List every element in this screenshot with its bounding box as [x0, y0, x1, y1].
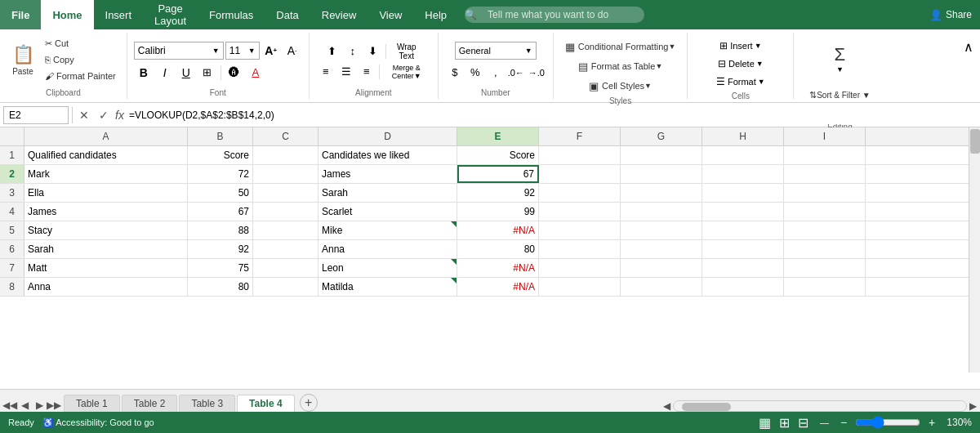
cell-f5[interactable] [539, 221, 621, 239]
horizontal-scrollbar[interactable] [673, 400, 967, 412]
underline-button[interactable]: U [176, 64, 196, 82]
sheet-nav-prev[interactable]: ◀ [18, 399, 31, 412]
tab-data[interactable]: Data [265, 0, 310, 29]
tab-formulas[interactable]: Formulas [198, 0, 265, 29]
cell-f6[interactable] [539, 240, 621, 258]
cell-h4[interactable] [702, 203, 784, 221]
copy-button[interactable]: ⎘ Copy [41, 51, 120, 68]
cell-i2[interactable] [784, 165, 866, 183]
cell-b4[interactable]: 67 [188, 203, 253, 221]
col-header-h[interactable]: H [702, 127, 784, 145]
tell-me-input[interactable] [465, 7, 644, 23]
tab-file[interactable]: File [0, 0, 41, 29]
cell-f2[interactable] [539, 165, 621, 183]
cell-a6[interactable]: Sarah [24, 240, 188, 258]
scroll-right-button[interactable]: ▶ [969, 400, 977, 412]
tab-review[interactable]: Review [310, 0, 368, 29]
cell-f1[interactable] [539, 146, 621, 164]
cell-f3[interactable] [539, 184, 621, 202]
sheet-tab-3[interactable]: Table 3 [179, 395, 235, 412]
add-sheet-button[interactable]: + [300, 394, 318, 412]
tab-page-layout[interactable]: Page Layout [143, 0, 198, 29]
format-button[interactable]: ☰ Format ▼ [713, 74, 768, 90]
formula-input[interactable] [129, 106, 977, 124]
cell-c5[interactable] [253, 221, 318, 239]
share-button[interactable]: 👤 Share [929, 9, 972, 21]
cell-c7[interactable] [253, 259, 318, 277]
font-name-selector[interactable]: Calibri ▼ [134, 42, 224, 60]
page-break-view-button[interactable]: ⊟ [798, 415, 808, 431]
col-header-e[interactable]: E [457, 127, 539, 145]
cell-b7[interactable]: 75 [188, 259, 253, 277]
cell-e2[interactable]: 67 [457, 165, 539, 183]
merge-center-button[interactable]: Merge & Center▼ [382, 63, 431, 81]
increase-decimal-button[interactable]: →.0 [527, 64, 546, 82]
font-color-button[interactable]: A [246, 64, 265, 82]
cell-h7[interactable] [702, 259, 784, 277]
cell-i3[interactable] [784, 184, 866, 202]
col-header-b[interactable]: B [188, 127, 253, 145]
row-num-2[interactable]: 2 [0, 165, 24, 183]
format-painter-button[interactable]: 🖌 Format Painter [41, 68, 120, 84]
zoom-slider[interactable] [855, 416, 920, 429]
cell-g7[interactable] [621, 259, 702, 277]
cell-a4[interactable]: James [24, 203, 188, 221]
normal-view-button[interactable]: ▦ [759, 415, 771, 431]
cell-e7[interactable]: #N/A [457, 259, 539, 277]
cell-c3[interactable] [253, 184, 318, 202]
delete-button[interactable]: ⊟ Delete ▼ [715, 56, 767, 72]
cell-h6[interactable] [702, 240, 784, 258]
cell-b6[interactable]: 92 [188, 240, 253, 258]
col-header-a[interactable]: A [24, 127, 188, 145]
sheet-tab-1[interactable]: Table 1 [64, 395, 120, 412]
cell-d8[interactable]: Matilda [318, 278, 457, 296]
row-num-3[interactable]: 3 [0, 184, 24, 202]
sheet-tab-4[interactable]: Table 4 [237, 395, 294, 412]
sheet-nav-first[interactable]: ◀◀ [3, 399, 16, 412]
cell-b8[interactable]: 80 [188, 278, 253, 296]
zoom-in-button[interactable]: + [929, 416, 935, 429]
cell-d5[interactable]: Mike [318, 221, 457, 239]
cell-c2[interactable] [253, 165, 318, 183]
cell-b2[interactable]: 72 [188, 165, 253, 183]
tab-view[interactable]: View [368, 0, 413, 29]
percent-button[interactable]: % [466, 64, 485, 82]
cell-d6[interactable]: Anna [318, 240, 457, 258]
cell-h5[interactable] [702, 221, 784, 239]
cell-h3[interactable] [702, 184, 784, 202]
autosum-button[interactable]: Σ ▼ [824, 33, 855, 85]
cell-c8[interactable] [253, 278, 318, 296]
conditional-formatting-button[interactable]: ▦ Conditional Formatting ▼ [560, 38, 681, 56]
row-num-4[interactable]: 4 [0, 203, 24, 221]
cell-b3[interactable]: 50 [188, 184, 253, 202]
cell-g1[interactable] [621, 146, 702, 164]
cell-i5[interactable] [784, 221, 866, 239]
increase-font-button[interactable]: A+ [261, 42, 281, 60]
align-top-button[interactable]: ⬆ [323, 42, 342, 60]
cell-a3[interactable]: Ella [24, 184, 188, 202]
confirm-formula-button[interactable]: ✓ [96, 107, 112, 123]
align-center-button[interactable]: ☰ [336, 63, 356, 81]
cell-e5[interactable]: #N/A [457, 221, 539, 239]
cell-h2[interactable] [702, 165, 784, 183]
col-header-d[interactable]: D [318, 127, 457, 145]
row-num-8[interactable]: 8 [0, 278, 24, 296]
cell-g6[interactable] [621, 240, 702, 258]
cut-button[interactable]: ✂ Cut [41, 35, 120, 51]
cell-e8[interactable]: #N/A [457, 278, 539, 296]
col-header-g[interactable]: G [621, 127, 702, 145]
wrap-text-button[interactable]: Wrap Text [389, 42, 425, 60]
cell-g8[interactable] [621, 278, 702, 296]
paste-button[interactable]: 📋 Paste [7, 33, 39, 86]
cell-f8[interactable] [539, 278, 621, 296]
collapse-ribbon-button[interactable]: ∧ [960, 36, 977, 58]
cell-a8[interactable]: Anna [24, 278, 188, 296]
tab-help[interactable]: Help [413, 0, 458, 29]
decrease-decimal-button[interactable]: .0← [506, 64, 526, 82]
cell-a1[interactable]: Qualified candidates [24, 146, 188, 164]
col-header-f[interactable]: F [539, 127, 621, 145]
italic-button[interactable]: I [155, 64, 175, 82]
cell-d7[interactable]: Leon [318, 259, 457, 277]
sort-filter-button[interactable]: ⇅ Sort & Filter ▼ [805, 87, 874, 103]
cell-b1[interactable]: Score [188, 146, 253, 164]
